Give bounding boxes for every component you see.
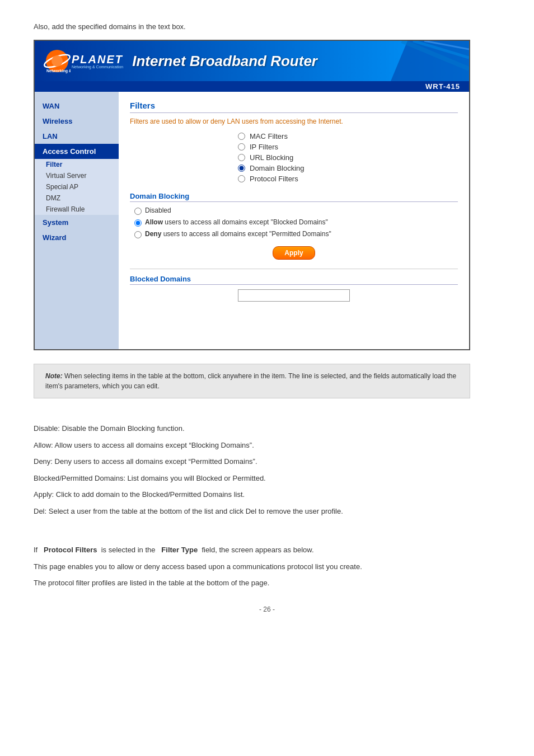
sidebar-item-system[interactable]: System bbox=[35, 215, 119, 230]
router-ui: Networking & PLANET Networking & Communi… bbox=[34, 40, 470, 350]
page-number: - 26 - bbox=[34, 605, 500, 613]
svg-text:Networking &: Networking & bbox=[46, 69, 71, 73]
domain-option-disabled[interactable]: Disabled bbox=[134, 206, 458, 215]
filter-option-mac[interactable]: MAC Filters bbox=[238, 132, 350, 140]
svg-point-2 bbox=[51, 55, 63, 67]
blocked-domains-input[interactable] bbox=[238, 289, 350, 302]
sidebar-item-access-control[interactable]: Access Control bbox=[35, 144, 119, 159]
mac-filters-radio[interactable] bbox=[238, 133, 245, 140]
filter-option-url[interactable]: URL Blocking bbox=[238, 153, 350, 162]
sidebar-item-lan[interactable]: LAN bbox=[35, 129, 119, 144]
filter-options: MAC Filters IP Filters URL Blocking Doma… bbox=[130, 132, 458, 183]
protocol-end: field, the screen appears as below. bbox=[200, 546, 314, 554]
domain-blocking-radio[interactable] bbox=[238, 165, 245, 172]
sidebar: WAN Wireless LAN Access Control Filter V… bbox=[35, 92, 119, 349]
domain-blocking-label: Domain Blocking bbox=[250, 164, 305, 172]
apply-button[interactable]: Apply bbox=[273, 246, 315, 260]
desc-blocked-permitted: Blocked/Permitted Domains: List domains … bbox=[34, 473, 470, 484]
ip-filters-label: IP Filters bbox=[250, 143, 278, 151]
desc-deny: Deny: Deny users to access all domains e… bbox=[34, 456, 470, 467]
main-panel: Filters Filters are used to allow or den… bbox=[119, 92, 469, 349]
planet-brand: PLANET bbox=[72, 54, 123, 65]
domain-blocking-subtitle: Domain Blocking bbox=[130, 192, 458, 202]
sidebar-item-wan[interactable]: WAN bbox=[35, 98, 119, 114]
protocol-bold2: Filter Type bbox=[161, 546, 198, 554]
desc-apply: Apply: Click to add domain to the Blocke… bbox=[34, 489, 470, 500]
disabled-radio[interactable] bbox=[134, 208, 142, 215]
sidebar-subitem-virtual-server[interactable]: Virtual Server bbox=[35, 170, 119, 181]
deny-label: Deny users to access all domains except … bbox=[145, 230, 331, 238]
logo-container: Networking & PLANET Networking & Communi… bbox=[44, 48, 123, 74]
disabled-label: Disabled bbox=[145, 206, 171, 214]
note-label: Note: bbox=[45, 372, 63, 380]
note-box: Note: When selecting items in the table … bbox=[34, 364, 470, 398]
router-body: WAN Wireless LAN Access Control Filter V… bbox=[35, 92, 469, 349]
protocol-filters-label: Protocol Filters bbox=[250, 175, 298, 183]
router-header: Networking & PLANET Networking & Communi… bbox=[35, 41, 469, 81]
note-text: When selecting items in the table at the… bbox=[45, 372, 456, 390]
planet-logo-icon: Networking & bbox=[44, 48, 71, 74]
header-decor bbox=[391, 41, 469, 81]
sidebar-subitem-firewall-rule[interactable]: Firewall Rule bbox=[35, 204, 119, 215]
protocol-mid: is selected in the bbox=[99, 546, 160, 554]
protocol-intro-para: If Protocol Filters is selected in the F… bbox=[34, 544, 470, 556]
wrt-bar: WRT-415 bbox=[35, 81, 469, 92]
sidebar-subitem-dmz[interactable]: DMZ bbox=[35, 192, 119, 204]
deny-radio[interactable] bbox=[134, 231, 142, 238]
filter-option-ip[interactable]: IP Filters bbox=[238, 143, 350, 151]
filter-option-protocol[interactable]: Protocol Filters bbox=[238, 175, 350, 183]
router-title: Internet Broadband Router bbox=[132, 53, 317, 70]
protocol-intro-if: If bbox=[34, 546, 41, 554]
protocol-para2: The protocol filter profiles are listed … bbox=[34, 577, 470, 589]
blocked-domains-section: Blocked Domains bbox=[130, 269, 458, 302]
filters-subtitle: Filters are used to allow or deny LAN us… bbox=[130, 118, 458, 125]
intro-text: Also, add the specified domains in the t… bbox=[34, 22, 500, 31]
desc-disable: Disable: Disable the Domain Blocking fun… bbox=[34, 423, 470, 434]
allow-radio[interactable] bbox=[134, 219, 142, 227]
domain-options: Disabled Allow users to access all domai… bbox=[130, 206, 458, 238]
planet-tagline: Networking & Communication bbox=[72, 65, 123, 69]
logo-text: PLANET Networking & Communication bbox=[72, 54, 123, 69]
protocol-filters-radio[interactable] bbox=[238, 175, 245, 182]
domain-option-allow[interactable]: Allow users to access all domains except… bbox=[134, 218, 458, 227]
sidebar-subitem-special-ap[interactable]: Special AP bbox=[35, 181, 119, 192]
ip-filters-radio[interactable] bbox=[238, 143, 245, 151]
filters-title: Filters bbox=[130, 101, 458, 113]
allow-label: Allow users to access all domains except… bbox=[145, 218, 328, 226]
protocol-para1: This page enables you to allow or deny a… bbox=[34, 561, 470, 572]
sidebar-item-wireless[interactable]: Wireless bbox=[35, 114, 119, 129]
url-blocking-label: URL Blocking bbox=[250, 153, 293, 162]
desc-allow: Allow: Allow users to access all domains… bbox=[34, 440, 470, 451]
sidebar-item-wizard[interactable]: Wizard bbox=[35, 230, 119, 245]
sidebar-subitem-filter[interactable]: Filter bbox=[35, 159, 119, 170]
mac-filters-label: MAC Filters bbox=[250, 132, 288, 140]
blocked-domains-title: Blocked Domains bbox=[130, 275, 458, 285]
url-blocking-radio[interactable] bbox=[238, 154, 245, 161]
domain-option-deny[interactable]: Deny users to access all domains except … bbox=[134, 230, 458, 238]
protocol-bold1: Protocol Filters bbox=[44, 546, 97, 554]
desc-del: Del: Select a user from the table at the… bbox=[34, 506, 470, 517]
filter-option-domain[interactable]: Domain Blocking bbox=[238, 164, 350, 172]
